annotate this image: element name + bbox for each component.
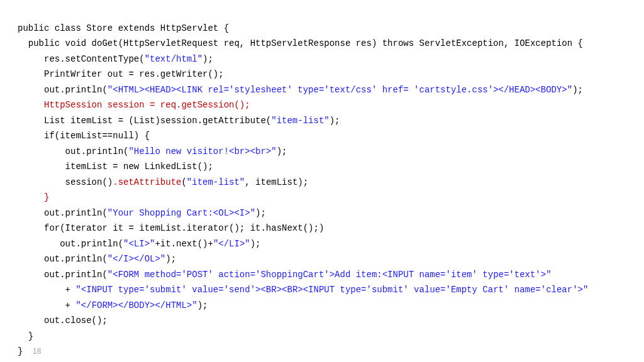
string-literal: "item-list" [187, 177, 245, 187]
string-literal: "<LI>" [123, 239, 155, 249]
code-text: ); [250, 239, 261, 249]
string-literal: "text/html" [145, 54, 203, 64]
code-text: ); [197, 300, 208, 310]
string-literal: "<FORM method='POST' action='ShoppingCar… [108, 270, 552, 280]
code-text: ); [572, 85, 583, 95]
code-line: public class Store extends HttpServlet { [18, 23, 229, 33]
highlighted-method: .setAttribute [113, 177, 181, 187]
code-line: for(Iterator it = itemList.iterator(); i… [18, 223, 324, 233]
string-literal: "</LI>" [213, 239, 250, 249]
code-line: if(itemList==null) { [18, 131, 150, 141]
code-text: res.setContentType( [18, 54, 145, 64]
code-text: out.println( [18, 208, 108, 218]
code-text: out.println( [18, 146, 128, 156]
code-text: out.println( [18, 270, 108, 280]
code-text: ); [330, 116, 340, 126]
string-literal: "Your Shopping Cart:<OL><I>" [108, 208, 255, 218]
code-text: session() [18, 177, 113, 187]
string-literal: "</I></OL>" [108, 254, 165, 264]
code-line: } [18, 346, 23, 356]
code-text: out.println( [18, 85, 108, 95]
code-line: } [18, 331, 33, 341]
code-text: + [18, 285, 75, 295]
code-text: ); [203, 54, 213, 64]
code-text: List itemList = (List)session.getAttribu… [18, 116, 271, 126]
code-text: ); [277, 146, 287, 156]
code-line: out.close(); [18, 315, 108, 326]
page-number: 18 [33, 345, 41, 358]
code-text: ); [255, 208, 266, 218]
code-text: out.println( [18, 239, 123, 249]
code-text: , itemList); [245, 177, 308, 187]
code-line: public void doGet(HttpServletRequest req… [18, 38, 583, 48]
code-line: } [18, 192, 49, 202]
string-literal: "</FORM></BODY></HTML>" [75, 300, 197, 310]
string-literal: "item-list" [271, 116, 329, 126]
string-literal: "Hello new visitor!<br><br>" [128, 146, 276, 156]
string-literal: "<INPUT type='submit' value='send'><BR><… [75, 285, 588, 295]
code-line: PrintWriter out = res.getWriter(); [18, 69, 224, 79]
code-text: ); [165, 254, 176, 264]
code-text: +it.next()+ [155, 239, 213, 249]
code-block: public class Store extends HttpServlet {… [0, 0, 644, 359]
code-text: + [18, 300, 75, 310]
highlighted-line: HttpSession session = req.getSession(); [18, 100, 250, 110]
code-text: out.println( [18, 254, 108, 264]
code-text: ( [181, 177, 186, 187]
code-line: itemList = new LinkedList(); [18, 162, 213, 172]
string-literal: "<HTML><HEAD><LINK rel='stylesheet' type… [108, 85, 572, 95]
